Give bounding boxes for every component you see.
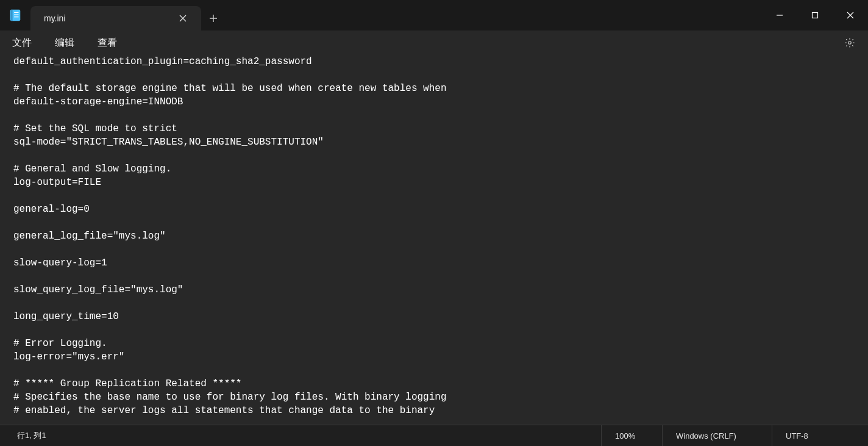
tab-active[interactable]: my.ini [30, 6, 201, 31]
menu-bar: 文件 编辑 查看 [0, 31, 868, 55]
title-drag-area[interactable] [226, 0, 762, 31]
menu-view[interactable]: 查看 [94, 34, 121, 52]
status-bar: 行1, 列1 100% Windows (CRLF) UTF-8 [0, 425, 868, 446]
status-zoom[interactable]: 100% [601, 425, 662, 446]
editor-content[interactable]: default_authentication_plugin=caching_sh… [13, 55, 868, 417]
svg-point-6 [848, 41, 852, 45]
editor-area[interactable]: default_authentication_plugin=caching_sh… [0, 55, 868, 425]
close-tab-button[interactable] [174, 10, 191, 27]
close-window-button[interactable] [833, 0, 868, 31]
maximize-button[interactable] [797, 0, 833, 31]
settings-button[interactable] [840, 33, 859, 52]
svg-rect-1 [12, 10, 13, 21]
status-encoding[interactable]: UTF-8 [772, 425, 863, 446]
status-cursor-position[interactable]: 行1, 列1 [5, 430, 46, 441]
svg-rect-5 [813, 13, 818, 18]
menu-file[interactable]: 文件 [9, 34, 35, 52]
title-bar: my.ini [0, 0, 868, 31]
status-line-ending[interactable]: Windows (CRLF) [662, 425, 772, 446]
menu-edit[interactable]: 编辑 [51, 34, 78, 52]
app-icon [0, 0, 30, 31]
new-tab-button[interactable] [201, 6, 226, 31]
tab-title: my.ini [44, 13, 174, 23]
minimize-button[interactable] [762, 0, 797, 31]
window-controls [762, 0, 868, 31]
